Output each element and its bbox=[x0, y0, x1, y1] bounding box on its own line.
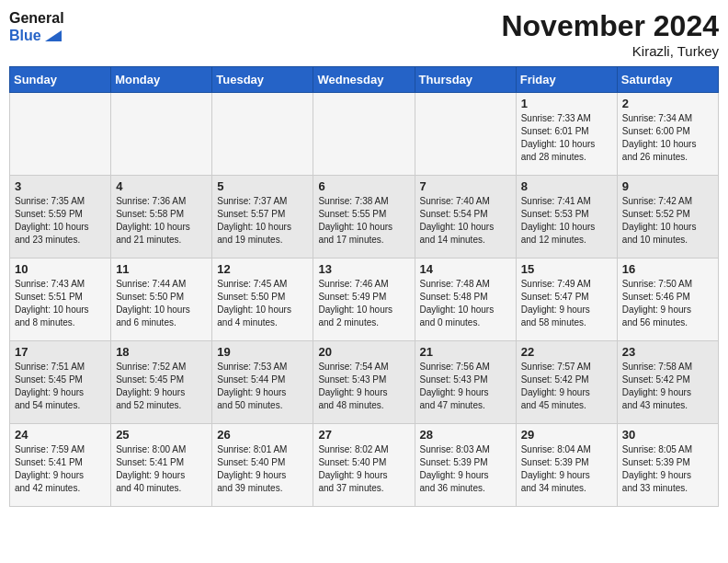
calendar-cell: 26Sunrise: 8:01 AM Sunset: 5:40 PM Dayli… bbox=[212, 424, 313, 507]
calendar-cell: 19Sunrise: 7:53 AM Sunset: 5:44 PM Dayli… bbox=[212, 341, 313, 424]
day-info: Sunrise: 7:48 AM Sunset: 5:48 PM Dayligh… bbox=[420, 278, 511, 329]
calendar-cell: 2Sunrise: 7:34 AM Sunset: 6:00 PM Daylig… bbox=[617, 93, 718, 176]
day-number: 23 bbox=[622, 345, 713, 359]
week-row-0: 1Sunrise: 7:33 AM Sunset: 6:01 PM Daylig… bbox=[10, 93, 719, 176]
calendar-cell: 16Sunrise: 7:50 AM Sunset: 5:46 PM Dayli… bbox=[617, 259, 718, 341]
week-row-4: 24Sunrise: 7:59 AM Sunset: 5:41 PM Dayli… bbox=[10, 424, 719, 507]
calendar-cell: 7Sunrise: 7:40 AM Sunset: 5:54 PM Daylig… bbox=[415, 176, 516, 259]
calendar-cell: 21Sunrise: 7:56 AM Sunset: 5:43 PM Dayli… bbox=[415, 341, 516, 424]
calendar-cell: 22Sunrise: 7:57 AM Sunset: 5:42 PM Dayli… bbox=[516, 341, 617, 424]
week-row-2: 10Sunrise: 7:43 AM Sunset: 5:51 PM Dayli… bbox=[10, 259, 719, 341]
calendar-cell bbox=[111, 93, 212, 176]
logo-text: General Blue bbox=[9, 9, 64, 44]
calendar-cell: 18Sunrise: 7:52 AM Sunset: 5:45 PM Dayli… bbox=[111, 341, 212, 424]
day-number: 1 bbox=[521, 97, 612, 110]
day-info: Sunrise: 7:45 AM Sunset: 5:50 PM Dayligh… bbox=[217, 278, 308, 329]
calendar-cell: 27Sunrise: 8:02 AM Sunset: 5:40 PM Dayli… bbox=[313, 424, 415, 507]
day-number: 11 bbox=[116, 262, 207, 276]
weekday-header-wednesday: Wednesday bbox=[313, 67, 415, 93]
day-number: 26 bbox=[217, 428, 308, 442]
weekday-header-saturday: Saturday bbox=[617, 67, 718, 93]
calendar-cell: 17Sunrise: 7:51 AM Sunset: 5:45 PM Dayli… bbox=[10, 341, 111, 424]
day-number: 17 bbox=[15, 345, 106, 359]
day-info: Sunrise: 7:38 AM Sunset: 5:55 PM Dayligh… bbox=[318, 195, 409, 247]
day-info: Sunrise: 7:33 AM Sunset: 6:01 PM Dayligh… bbox=[521, 112, 612, 164]
calendar-cell: 6Sunrise: 7:38 AM Sunset: 5:55 PM Daylig… bbox=[313, 176, 415, 259]
day-number: 9 bbox=[622, 179, 713, 193]
calendar-cell: 20Sunrise: 7:54 AM Sunset: 5:43 PM Dayli… bbox=[313, 341, 415, 424]
weekday-header-sunday: Sunday bbox=[10, 67, 111, 93]
day-info: Sunrise: 8:04 AM Sunset: 5:39 PM Dayligh… bbox=[521, 443, 612, 495]
location: Kirazli, Turkey bbox=[501, 43, 719, 59]
day-info: Sunrise: 7:54 AM Sunset: 5:43 PM Dayligh… bbox=[318, 361, 409, 412]
day-info: Sunrise: 8:00 AM Sunset: 5:41 PM Dayligh… bbox=[116, 443, 207, 495]
day-info: Sunrise: 8:03 AM Sunset: 5:39 PM Dayligh… bbox=[420, 443, 511, 495]
day-number: 4 bbox=[116, 179, 207, 193]
calendar-table: SundayMondayTuesdayWednesdayThursdayFrid… bbox=[9, 66, 719, 507]
day-info: Sunrise: 7:44 AM Sunset: 5:50 PM Dayligh… bbox=[116, 278, 207, 329]
day-number: 10 bbox=[15, 262, 106, 276]
day-info: Sunrise: 7:36 AM Sunset: 5:58 PM Dayligh… bbox=[116, 195, 207, 247]
calendar-cell: 29Sunrise: 8:04 AM Sunset: 5:39 PM Dayli… bbox=[516, 424, 617, 507]
day-info: Sunrise: 7:46 AM Sunset: 5:49 PM Dayligh… bbox=[318, 278, 409, 329]
day-info: Sunrise: 7:40 AM Sunset: 5:54 PM Dayligh… bbox=[420, 195, 511, 247]
header: General Blue November 2024 Kirazli, Turk… bbox=[9, 9, 719, 59]
calendar-cell bbox=[313, 93, 415, 176]
day-info: Sunrise: 7:49 AM Sunset: 5:47 PM Dayligh… bbox=[521, 278, 612, 329]
weekday-header-tuesday: Tuesday bbox=[212, 67, 313, 93]
calendar-cell: 14Sunrise: 7:48 AM Sunset: 5:48 PM Dayli… bbox=[415, 259, 516, 341]
calendar-cell: 12Sunrise: 7:45 AM Sunset: 5:50 PM Dayli… bbox=[212, 259, 313, 341]
calendar-cell: 23Sunrise: 7:58 AM Sunset: 5:42 PM Dayli… bbox=[617, 341, 718, 424]
month-title: November 2024 bbox=[501, 9, 719, 43]
calendar-cell: 13Sunrise: 7:46 AM Sunset: 5:49 PM Dayli… bbox=[313, 259, 415, 341]
day-info: Sunrise: 7:57 AM Sunset: 5:42 PM Dayligh… bbox=[521, 361, 612, 412]
calendar-cell: 28Sunrise: 8:03 AM Sunset: 5:39 PM Dayli… bbox=[415, 424, 516, 507]
day-number: 25 bbox=[116, 428, 207, 442]
calendar-cell: 1Sunrise: 7:33 AM Sunset: 6:01 PM Daylig… bbox=[516, 93, 617, 176]
day-info: Sunrise: 7:42 AM Sunset: 5:52 PM Dayligh… bbox=[622, 195, 713, 247]
calendar-cell: 15Sunrise: 7:49 AM Sunset: 5:47 PM Dayli… bbox=[516, 259, 617, 341]
day-number: 8 bbox=[521, 179, 612, 193]
day-info: Sunrise: 8:02 AM Sunset: 5:40 PM Dayligh… bbox=[318, 443, 409, 495]
calendar-cell: 25Sunrise: 8:00 AM Sunset: 5:41 PM Dayli… bbox=[111, 424, 212, 507]
calendar-cell bbox=[415, 93, 516, 176]
day-info: Sunrise: 7:53 AM Sunset: 5:44 PM Dayligh… bbox=[217, 361, 308, 412]
day-info: Sunrise: 7:50 AM Sunset: 5:46 PM Dayligh… bbox=[622, 278, 713, 329]
calendar-cell: 30Sunrise: 8:05 AM Sunset: 5:39 PM Dayli… bbox=[617, 424, 718, 507]
day-info: Sunrise: 7:56 AM Sunset: 5:43 PM Dayligh… bbox=[420, 361, 511, 412]
svg-marker-0 bbox=[45, 30, 62, 41]
day-number: 14 bbox=[420, 262, 511, 276]
day-info: Sunrise: 7:35 AM Sunset: 5:59 PM Dayligh… bbox=[15, 195, 106, 247]
calendar-cell: 5Sunrise: 7:37 AM Sunset: 5:57 PM Daylig… bbox=[212, 176, 313, 259]
day-info: Sunrise: 7:51 AM Sunset: 5:45 PM Dayligh… bbox=[15, 361, 106, 412]
day-info: Sunrise: 7:43 AM Sunset: 5:51 PM Dayligh… bbox=[15, 278, 106, 329]
week-row-1: 3Sunrise: 7:35 AM Sunset: 5:59 PM Daylig… bbox=[10, 176, 719, 259]
day-number: 12 bbox=[217, 262, 308, 276]
day-number: 3 bbox=[15, 179, 106, 193]
blue-bird-icon bbox=[43, 29, 63, 43]
day-number: 29 bbox=[521, 428, 612, 442]
day-info: Sunrise: 8:05 AM Sunset: 5:39 PM Dayligh… bbox=[622, 443, 713, 495]
title-area: November 2024 Kirazli, Turkey bbox=[501, 9, 719, 59]
logo: General Blue bbox=[9, 9, 64, 44]
day-number: 13 bbox=[318, 262, 409, 276]
day-number: 28 bbox=[420, 428, 511, 442]
calendar-cell: 9Sunrise: 7:42 AM Sunset: 5:52 PM Daylig… bbox=[617, 176, 718, 259]
day-number: 30 bbox=[622, 428, 713, 442]
day-number: 16 bbox=[622, 262, 713, 276]
day-number: 7 bbox=[420, 179, 511, 193]
calendar-cell: 24Sunrise: 7:59 AM Sunset: 5:41 PM Dayli… bbox=[10, 424, 111, 507]
day-info: Sunrise: 7:59 AM Sunset: 5:41 PM Dayligh… bbox=[15, 443, 106, 495]
day-info: Sunrise: 7:34 AM Sunset: 6:00 PM Dayligh… bbox=[622, 112, 713, 164]
calendar-cell bbox=[212, 93, 313, 176]
calendar-cell bbox=[10, 93, 111, 176]
calendar-cell: 3Sunrise: 7:35 AM Sunset: 5:59 PM Daylig… bbox=[10, 176, 111, 259]
weekday-header-monday: Monday bbox=[111, 67, 212, 93]
calendar-cell: 4Sunrise: 7:36 AM Sunset: 5:58 PM Daylig… bbox=[111, 176, 212, 259]
week-row-3: 17Sunrise: 7:51 AM Sunset: 5:45 PM Dayli… bbox=[10, 341, 719, 424]
weekday-header-row: SundayMondayTuesdayWednesdayThursdayFrid… bbox=[10, 67, 719, 93]
day-info: Sunrise: 7:58 AM Sunset: 5:42 PM Dayligh… bbox=[622, 361, 713, 412]
day-number: 2 bbox=[622, 97, 713, 110]
day-info: Sunrise: 8:01 AM Sunset: 5:40 PM Dayligh… bbox=[217, 443, 308, 495]
day-info: Sunrise: 7:41 AM Sunset: 5:53 PM Dayligh… bbox=[521, 195, 612, 247]
